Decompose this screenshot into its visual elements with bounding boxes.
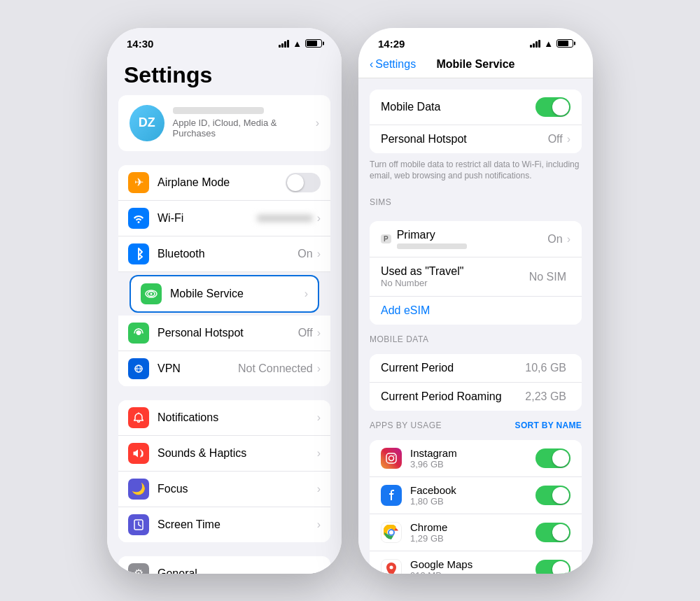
signal-icon	[279, 39, 289, 48]
screentime-icon	[128, 514, 149, 535]
right-signal-icon	[530, 39, 540, 48]
googlemaps-toggle[interactable]	[536, 560, 570, 573]
travel-sim-label: Used as "Travel"	[381, 265, 529, 278]
account-left: DZ Apple ID, iCloud, Media & Purchases	[130, 105, 316, 141]
airplane-toggle[interactable]	[286, 173, 321, 192]
add-esim-label[interactable]: Add eSIM	[381, 304, 430, 317]
signal-bar-1	[279, 45, 281, 48]
sounds-icon	[128, 443, 149, 464]
focus-chevron: ›	[317, 483, 321, 495]
vpn-value: Not Connected	[238, 362, 313, 375]
main-service-group: Mobile Data Personal Hotspot Off ›	[370, 90, 582, 153]
hotspot-label: Personal Hotspot	[158, 327, 298, 339]
settings-row-hotspot[interactable]: Personal Hotspot Off ›	[118, 316, 330, 351]
instagram-size: 3,96 GB	[410, 459, 536, 469]
screentime-label: Screen Time	[158, 518, 317, 531]
account-name-blurred	[173, 107, 264, 114]
notifications-label: Notifications	[158, 411, 317, 424]
settings-row-mobile[interactable]: Mobile Service ›	[130, 275, 319, 313]
personal-hotspot-chevron: ›	[567, 133, 570, 146]
current-period-label: Current Period	[381, 362, 525, 374]
account-info: Apple ID, iCloud, Media & Purchases	[173, 107, 316, 139]
apps-by-usage-label: APPS BY USAGE	[370, 420, 442, 430]
settings-row-vpn[interactable]: VPN Not Connected ›	[118, 351, 330, 386]
right-battery-body	[556, 39, 573, 48]
facebook-size: 1,80 GB	[410, 496, 536, 507]
back-label: Settings	[375, 58, 416, 71]
account-chevron: ›	[316, 117, 319, 129]
airplane-icon: ✈	[128, 172, 149, 193]
mobile-data-label: Mobile Data	[381, 101, 536, 113]
focus-icon: 🌙	[128, 479, 149, 500]
travel-sim-value: No SIM	[529, 271, 566, 283]
bluetooth-label: Bluetooth	[158, 248, 298, 260]
account-row[interactable]: DZ Apple ID, iCloud, Media & Purchases ›	[118, 95, 330, 151]
settings-row-focus[interactable]: 🌙 Focus ›	[118, 472, 330, 507]
add-esim-row[interactable]: Add eSIM	[370, 297, 582, 325]
settings-row-wifi[interactable]: Wi-Fi ›	[118, 201, 330, 236]
mobile-data-header: MOBILE DATA	[358, 325, 593, 347]
bluetooth-chevron: ›	[317, 248, 321, 260]
data-group: Current Period 10,6 GB Current Period Ro…	[370, 354, 582, 411]
settings-row-airplane[interactable]: ✈ Airplane Mode	[118, 165, 330, 201]
roaming-value: 2,23 GB	[525, 390, 566, 403]
signal-bar-3	[536, 41, 538, 48]
primary-sim-chevron: ›	[567, 233, 570, 246]
wifi-chevron: ›	[317, 212, 321, 225]
mobile-data-toggle[interactable]	[536, 97, 570, 117]
app-row-instagram[interactable]: Instagram 3,96 GB	[370, 440, 582, 477]
mobile-data-row[interactable]: Mobile Data	[370, 90, 582, 125]
right-time: 14:29	[378, 38, 405, 50]
vpn-chevron: ›	[317, 362, 321, 375]
svg-point-11	[389, 456, 394, 461]
personal-hotspot-row[interactable]: Personal Hotspot Off ›	[370, 125, 582, 153]
vpn-icon	[128, 358, 149, 379]
avatar: DZ	[130, 105, 164, 141]
travel-sim-sub: No Number	[381, 278, 529, 288]
notifications-icon	[128, 407, 149, 428]
instagram-toggle[interactable]	[536, 448, 570, 468]
nav-bar: ‹ Settings Mobile Service	[358, 54, 593, 78]
app-row-facebook[interactable]: Facebook 1,80 GB	[370, 477, 582, 514]
sims-group: P Primary On › Used as "Travel" No Numbe…	[370, 221, 582, 325]
settings-row-notifications[interactable]: Notifications ›	[118, 400, 330, 436]
sort-by-name-button[interactable]: SORT BY NAME	[515, 420, 582, 430]
wifi-icon: ▲	[293, 38, 302, 49]
facebook-toggle[interactable]	[536, 486, 570, 505]
chrome-info: Chrome 1,29 GB	[410, 521, 536, 544]
signal-bar-2	[533, 43, 535, 48]
personal-hotspot-label: Personal Hotspot	[381, 133, 548, 146]
settings-row-general[interactable]: ⚙ General ›	[118, 556, 330, 574]
nav-back-button[interactable]: ‹ Settings	[370, 58, 416, 71]
settings-row-screentime[interactable]: Screen Time ›	[118, 507, 330, 542]
mobile-label: Mobile Service	[170, 288, 304, 300]
toggle-thumb	[287, 174, 304, 191]
sim-badge: P	[381, 234, 391, 243]
sims-header: SIMs	[358, 188, 593, 210]
svg-rect-10	[386, 453, 396, 463]
settings-row-sounds[interactable]: Sounds & Haptics ›	[118, 436, 330, 472]
googlemaps-size: 913 MB	[410, 570, 536, 573]
primary-sim-row[interactable]: P Primary On ›	[370, 221, 582, 257]
settings-row-bluetooth[interactable]: Bluetooth On ›	[118, 236, 330, 272]
signal-bar-2	[281, 43, 284, 48]
general-label: General	[158, 567, 317, 574]
left-phone: 14:30 ▲ Settings	[107, 28, 342, 574]
chrome-name: Chrome	[410, 521, 536, 533]
app-row-chrome[interactable]: Chrome 1,29 GB	[370, 514, 582, 551]
service-content: Mobile Data Personal Hotspot Off › Turn …	[358, 78, 593, 574]
travel-sim-row[interactable]: Used as "Travel" No Number No SIM	[370, 257, 582, 297]
vpn-label: VPN	[158, 362, 238, 375]
app-row-googlemaps[interactable]: Google Maps 913 MB	[370, 551, 582, 573]
facebook-icon	[381, 485, 402, 506]
settings-title: Settings	[107, 54, 342, 95]
hotspot-value: Off	[298, 327, 313, 339]
right-wifi-icon: ▲	[544, 38, 553, 49]
chrome-icon	[381, 522, 402, 543]
signal-bar-1	[530, 45, 532, 48]
primary-sim-value: On	[547, 233, 562, 246]
signal-bar-4	[538, 40, 540, 48]
chrome-toggle[interactable]	[536, 523, 570, 542]
mobile-icon	[141, 283, 162, 304]
apps-group: Instagram 3,96 GB Facebook 1,80 GB	[370, 440, 582, 573]
